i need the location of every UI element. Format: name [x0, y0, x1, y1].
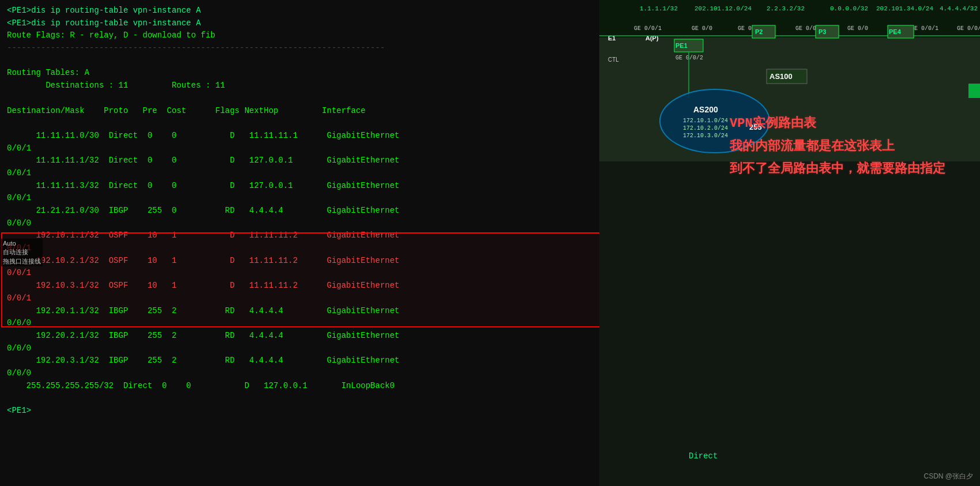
svg-text:AS200: AS200 — [693, 105, 718, 114]
ibgp-row-3a: 192.20.3.1/32 IBGP 255 2 RD 4.4.4.4 Giga… — [7, 356, 400, 365]
row-1a: 11.11.11.0/30 Direct 0 0 D 11.11.11.1 Gi… — [7, 131, 400, 140]
row-2a: 11.11.11.1/32 Direct 0 0 D 127.0.0.1 Gig… — [7, 156, 400, 165]
cmd-line-2: <PE1>dis ip routing-table vpn-instance A — [7, 18, 201, 28]
svg-text:172.10.2.0/24: 172.10.2.0/24 — [683, 125, 728, 131]
svg-text:202.101.34.0/24: 202.101.34.0/24 — [876, 5, 933, 12]
watermark: CSDN @张白夕 — [923, 472, 973, 481]
svg-text:P3: P3 — [818, 28, 826, 35]
ibgp-row-3b: 0/0/0 — [7, 368, 31, 378]
ibgp-row-2b: 0/0/0 — [7, 344, 31, 353]
ospf-row-2a: 192.10.2.1/32 OSPF 10 1 D 11.11.11.2 Gig… — [7, 256, 400, 265]
row-4a: 21.21.21.0/30 IBGP 255 0 RD 4.4.4.4 Giga… — [7, 206, 400, 215]
svg-text:AS100: AS100 — [769, 72, 793, 81]
svg-text:0.0.0.0/32: 0.0.0.0/32 — [830, 5, 868, 12]
routing-tables-label: Routing Tables: A — [7, 68, 89, 77]
annotation-line2: 我的内部流量都是在这张表上 — [730, 135, 945, 159]
svg-rect-38 — [599, 161, 980, 486]
svg-text:GE 0/0: GE 0/0 — [847, 25, 868, 32]
table-header: Destination/Mask Proto Pre Cost Flags Ne… — [7, 106, 366, 115]
svg-text:GE 0/0/1: GE 0/0/1 — [957, 25, 980, 32]
svg-text:202.101.12.0/24: 202.101.12.0/24 — [694, 5, 752, 12]
annotation-line3: 到不了全局路由表中，就需要路由指定 — [730, 158, 945, 181]
auto-label-line3: 拖拽口连接线 — [3, 257, 41, 266]
svg-rect-37 — [968, 84, 980, 98]
svg-text:GE 0/0/1: GE 0/0/1 — [911, 25, 938, 32]
svg-text:GE 0/0: GE 0/0 — [692, 25, 712, 32]
terminal-prompt: <PE1> — [7, 406, 31, 415]
row-3a: 11.11.11.3/32 Direct 0 0 D 127.0.0.1 Gig… — [7, 181, 400, 190]
svg-text:2.2.3.2/32: 2.2.3.2/32 — [767, 5, 805, 12]
terminal-content: <PE1>dis ip routing-table vpn-instance A… — [7, 5, 628, 417]
separator: ----------------------------------------… — [7, 43, 385, 52]
svg-text:4.4.4.4/32: 4.4.4.4/32 — [940, 5, 978, 12]
loopback-row: 255.255.255.255/32 Direct 0 0 D 127.0.0.… — [7, 381, 395, 390]
ibgp-row-2a: 192.20.2.1/32 IBGP 255 2 RD 4.4.4.4 Giga… — [7, 331, 400, 340]
auto-connect-label: Auto 自动连接 拖拽口连接线 — [1, 239, 43, 266]
auto-label-line1: Auto — [3, 239, 41, 248]
svg-text:GE 0/0/1: GE 0/0/1 — [634, 25, 662, 32]
svg-text:CTL: CTL — [608, 56, 619, 63]
ospf-row-1a: 192.10.1.1/32 OSPF 10 1 D 11.11.11.2 Gig… — [7, 231, 400, 240]
svg-text:PE1: PE1 — [675, 42, 688, 49]
annotation-line1: VPN实例路由表 — [730, 112, 945, 135]
svg-text:Direct: Direct — [689, 451, 718, 461]
row-2b: 0/0/1 — [7, 168, 31, 178]
svg-text:172.10.3.0/24: 172.10.3.0/24 — [683, 133, 728, 139]
ibgp-row-1b: 0/0/0 — [7, 318, 31, 327]
svg-text:172.10.1.0/24: 172.10.1.0/24 — [683, 118, 728, 124]
destinations-count: Destinations : 11 Routes : 11 — [7, 81, 225, 90]
ospf-row-3a: 192.10.3.1/32 OSPF 10 1 D 11.11.11.2 Gig… — [7, 281, 400, 290]
svg-text:P2: P2 — [755, 28, 763, 35]
ospf-row-3b: 0/0/1 — [7, 293, 31, 303]
network-diagram-panel: 1.1.1.1/32 202.101.12.0/24 2.2.3.2/32 0.… — [599, 0, 980, 486]
cmd-line-1: <PE1>dis ip routing-table vpn-instance A — [7, 6, 201, 15]
ibgp-row-1a: 192.20.1.1/32 IBGP 255 2 RD 4.4.4.4 Giga… — [7, 306, 400, 315]
svg-text:1.1.1.1/32: 1.1.1.1/32 — [640, 5, 678, 12]
row-3b: 0/0/1 — [7, 193, 31, 202]
route-flags: Route Flags: R - relay, D - download to … — [7, 31, 215, 40]
svg-text:GE 0/0/2: GE 0/0/2 — [675, 55, 703, 61]
auto-label-line2: 自动连接 — [3, 248, 41, 257]
terminal-panel: <PE1>dis ip routing-table vpn-instance A… — [0, 0, 634, 486]
watermark-text: CSDN @张白夕 — [923, 472, 973, 480]
row-4b: 0/0/0 — [7, 218, 31, 228]
row-1b: 0/0/1 — [7, 144, 31, 153]
svg-text:PE4: PE4 — [889, 28, 902, 35]
annotation-text: VPN实例路由表 我的内部流量都是在这张表上 到不了全局路由表中，就需要路由指定 — [730, 112, 945, 181]
network-svg: 1.1.1.1/32 202.101.12.0/24 2.2.3.2/32 0.… — [599, 0, 980, 486]
ospf-row-2b: 0/0/1 — [7, 268, 31, 277]
